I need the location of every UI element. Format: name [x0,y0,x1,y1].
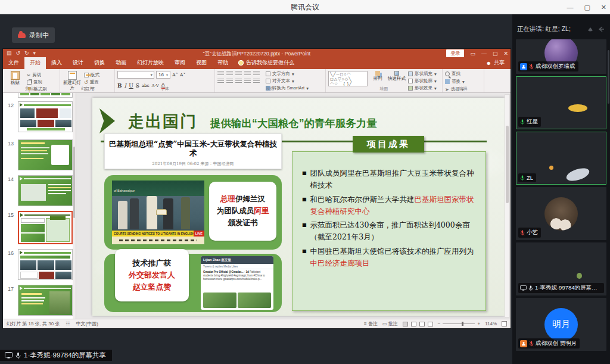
participant-tile-hongxing[interactable]: 红星 [516,76,606,129]
minimize-button[interactable]: — [567,4,573,11]
promotion-text-box: 技术推广获 外交部发言人 赵立坚点赞 [115,249,189,301]
thumbnail-slide-15-selected[interactable] [18,211,73,244]
tell-me-box[interactable]: 告诉我你想要做什么 [234,57,299,69]
tab-animations[interactable]: 动画 [110,57,132,69]
close-button[interactable]: ✕ [601,4,606,11]
ribbon-options-icon[interactable]: ▭ [470,51,475,57]
layout-button[interactable]: 版式 [84,72,99,78]
tab-design[interactable]: 设计 [67,57,89,69]
increase-indent-icon[interactable] [244,71,251,76]
arrange-button[interactable]: 排列 [370,71,385,82]
slide-sorter-icon[interactable] [411,322,416,326]
participant-tile-zl[interactable]: ZL [516,132,606,185]
tab-file[interactable]: 文件 [3,57,24,69]
avatar: 明月 [544,308,578,341]
stage-backdrop [112,181,204,196]
thumbnail-slide-17[interactable] [18,285,73,316]
zoom-percentage[interactable]: 114% [485,321,497,326]
tab-insert[interactable]: 插入 [46,57,67,69]
thumbnail-slide-14[interactable] [18,175,73,206]
magnifier-icon [445,71,450,76]
replace-button[interactable]: 替换 ▾ [445,79,465,85]
zoom-slider[interactable]: − + [438,321,480,326]
bullets-icon[interactable] [217,71,224,76]
tab-transitions[interactable]: 切换 [89,57,110,69]
numbering-icon[interactable] [226,71,233,76]
sidebar-scrollbar[interactable] [608,50,609,104]
font-group: ▾ 16▾ A˄ A˅ B I U S abc A·V A 字体 [115,69,215,92]
reading-view-icon[interactable] [419,322,425,326]
ppt-maximize-button[interactable]: ▢ [493,51,498,57]
ceremony-green-box: of Bahawalpur COURTS SENDING NOTICES TO … [104,175,282,250]
powerpoint-window: ▤ ↺ ↻ ▾ “豆”去征战路演PPT20220720.pptx - Power… [3,49,511,328]
tab-slideshow[interactable]: 幻灯片放映 [132,57,169,69]
tab-view[interactable]: 视图 [191,57,212,69]
align-right-icon[interactable] [235,79,242,84]
tab-review[interactable]: 审阅 [169,57,191,69]
copy-icon [27,80,32,85]
shape-outline-button[interactable]: 形状轮廓 ▾ [408,78,437,84]
slide-scrollbar[interactable] [505,94,510,318]
justify-icon[interactable] [244,79,251,84]
zoom-out-icon[interactable]: − [438,321,441,326]
sidebar-header: 正在讲话: 红星; ZL; [517,24,605,35]
shape-fill-button[interactable]: 形状填充 ▾ [408,71,437,77]
result-bullet: 和巴哈瓦尔布尔伊斯兰大学共建巴基斯坦国家带状复合种植研究中心 [302,194,477,218]
applaud-icon[interactable] [586,26,595,33]
accessibility-icon[interactable]: ☷ [66,321,70,326]
participant-tile-xiaoyi[interactable]: 小艺 [516,187,606,240]
fit-slide-icon[interactable] [502,321,507,326]
decrease-indent-icon[interactable] [235,71,242,76]
member-badge-icon [520,63,527,70]
shrink-font-icon[interactable]: A˅ [180,72,186,77]
screen-share-label: 1-李秀妮-99784的屏幕共享 [24,351,106,360]
columns-icon[interactable] [253,79,260,84]
line-spacing-icon[interactable] [253,71,260,76]
maximize-button[interactable]: ▢ [584,4,590,11]
thumbnail-slide-12[interactable] [18,101,73,132]
comments-button[interactable]: ▭ 批注 [382,321,398,327]
ppt-minimize-button[interactable]: — [481,51,487,57]
zoom-in-icon[interactable]: + [477,321,480,326]
share-button[interactable]: ☻ 共享 [480,57,511,69]
zoom-thumb[interactable] [462,322,463,326]
person-icon: ☻ [486,60,491,66]
thumbnail-scrollbar[interactable] [73,93,76,319]
participant-tile-lixiuni-share[interactable]: 1-李秀妮-99784的屏幕共享 [516,242,606,295]
speaking-status: 正在讲话: 红星; ZL; [517,25,571,33]
ppt-close-button[interactable]: ✕ [503,51,508,57]
signin-button[interactable]: 登录 [446,49,464,57]
align-left-icon[interactable] [217,79,224,84]
recording-badge[interactable]: 录制中 [12,27,55,43]
shapes-gallery[interactable]: ╲╱─◻○◠◻△▽○◇╲◠☆⌒{ }╱ [328,71,368,86]
copy-button[interactable]: 复制 [27,79,47,85]
thumbnail-partial[interactable] [18,93,73,98]
notes-button[interactable]: ≡ 备注 [364,321,378,327]
tab-home[interactable]: 开始 [24,57,46,69]
quick-styles-button[interactable]: 快速样式 [388,71,406,82]
find-button[interactable]: 查找 [445,71,465,77]
font-name-box[interactable]: ▾ [117,71,154,79]
participant-tile-luoruicheng[interactable]: 成都双创罗瑞成 [516,39,606,74]
tab-help[interactable]: 帮助 [212,57,234,69]
mic-on-icon [528,285,533,291]
slide-thumbnail-panel[interactable]: 12 13 [3,93,76,319]
align-text-button[interactable]: 对齐文本 ▾ [266,78,309,84]
language-indicator[interactable]: 中文(中国) [76,321,98,327]
back-arrow-icon[interactable] [597,26,605,33]
live-badge: LIVE [194,231,204,237]
participant-tile-jiamingyue[interactable]: 明月 成都双创 贾明月 [516,298,606,351]
window-titlebar[interactable]: 腾讯会议 — ▢ ✕ [0,0,610,14]
cut-button[interactable]: ✂剪切 [27,72,47,78]
reset-button[interactable]: ↺重置 [84,79,99,85]
paste-button[interactable]: 粘贴 [5,71,24,86]
font-size-box[interactable]: 16▾ [156,71,170,79]
slideshow-icon[interactable] [428,322,433,326]
avatar [544,197,578,231]
grow-font-icon[interactable]: A˄ [172,72,178,77]
align-center-icon[interactable] [226,79,233,84]
text-direction-button[interactable]: 文字方向 ▾ [266,71,309,77]
normal-view-icon[interactable] [403,322,408,326]
thumbnail-slide-13[interactable] [18,139,73,170]
thumbnail-slide-16[interactable] [18,249,73,280]
